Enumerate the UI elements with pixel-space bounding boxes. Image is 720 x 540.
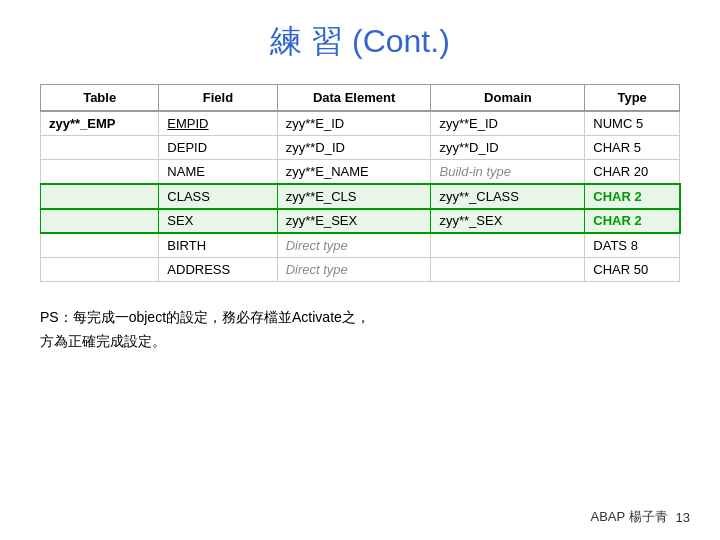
table-container: Table Field Data Element Domain Type zyy… xyxy=(40,84,680,282)
table-row: NAMEzyy**E_NAMEBuild-in typeCHAR 20 xyxy=(41,160,680,185)
cell-type: CHAR 50 xyxy=(585,258,680,282)
footer-label: ABAP 楊子青 xyxy=(590,508,667,526)
cell-field: ADDRESS xyxy=(159,258,277,282)
cell-de: zyy**E_SEX xyxy=(277,209,431,234)
cell-type: NUMC 5 xyxy=(585,111,680,136)
type-name: NUMC 5 xyxy=(593,116,643,131)
footer-page: 13 xyxy=(676,510,690,525)
cell-type: CHAR 5 xyxy=(585,136,680,160)
cell-de: zyy**E_ID xyxy=(277,111,431,136)
cell-table xyxy=(41,136,159,160)
footer: ABAP 楊子青 13 xyxy=(590,508,690,526)
table-row: zyy**_EMPEMPIDzyy**E_IDzyy**E_IDNUMC 5 xyxy=(41,111,680,136)
table-row: SEXzyy**E_SEXzyy**_SEXCHAR 2 xyxy=(41,209,680,234)
note-line1: PS：每完成一object的設定，務必存檔並Activate之， xyxy=(40,306,680,330)
col-header-de: Data Element xyxy=(277,85,431,112)
cell-type: CHAR 2 xyxy=(585,184,680,209)
col-header-field: Field xyxy=(159,85,277,112)
cell-domain: Build-in type xyxy=(431,160,585,185)
type-name: CHAR 2 xyxy=(593,213,641,228)
page: 練 習 (Cont.) Table Field Data Element Dom… xyxy=(0,0,720,540)
table-row: BIRTHDirect typeDATS 8 xyxy=(41,233,680,258)
cell-de: zyy**E_CLS xyxy=(277,184,431,209)
note-section: PS：每完成一object的設定，務必存檔並Activate之， 方為正確完成設… xyxy=(40,306,680,354)
main-table: Table Field Data Element Domain Type zyy… xyxy=(40,84,680,282)
col-header-type: Type xyxy=(585,85,680,112)
cell-field: CLASS xyxy=(159,184,277,209)
table-row: ADDRESSDirect typeCHAR 50 xyxy=(41,258,680,282)
cell-domain: zyy**D_ID xyxy=(431,136,585,160)
cell-de: zyy**D_ID xyxy=(277,136,431,160)
cell-type: DATS 8 xyxy=(585,233,680,258)
cell-de: Direct type xyxy=(277,258,431,282)
cell-domain: zyy**_SEX xyxy=(431,209,585,234)
type-name: CHAR 2 xyxy=(593,189,641,204)
cell-de: zyy**E_NAME xyxy=(277,160,431,185)
cell-type: CHAR 20 xyxy=(585,160,680,185)
cell-table xyxy=(41,160,159,185)
cell-table xyxy=(41,233,159,258)
cell-field: NAME xyxy=(159,160,277,185)
page-title: 練 習 (Cont.) xyxy=(40,20,680,64)
type-name: CHAR 20 xyxy=(593,164,648,179)
type-name: CHAR 50 xyxy=(593,262,648,277)
col-header-domain: Domain xyxy=(431,85,585,112)
cell-domain xyxy=(431,233,585,258)
cell-domain: zyy**E_ID xyxy=(431,111,585,136)
col-header-table: Table xyxy=(41,85,159,112)
cell-table xyxy=(41,258,159,282)
cell-field: EMPID xyxy=(159,111,277,136)
table-row: CLASSzyy**E_CLSzyy**_CLASSCHAR 2 xyxy=(41,184,680,209)
cell-field: DEPID xyxy=(159,136,277,160)
cell-table: zyy**_EMP xyxy=(41,111,159,136)
cell-domain: zyy**_CLASS xyxy=(431,184,585,209)
cell-field: BIRTH xyxy=(159,233,277,258)
table-header-row: Table Field Data Element Domain Type xyxy=(41,85,680,112)
cell-field: SEX xyxy=(159,209,277,234)
cell-domain xyxy=(431,258,585,282)
cell-table xyxy=(41,184,159,209)
cell-type: CHAR 2 xyxy=(585,209,680,234)
type-name: CHAR 5 xyxy=(593,140,641,155)
cell-table xyxy=(41,209,159,234)
type-name: DATS 8 xyxy=(593,238,638,253)
table-row: DEPIDzyy**D_IDzyy**D_IDCHAR 5 xyxy=(41,136,680,160)
note-line2: 方為正確完成設定。 xyxy=(40,330,680,354)
cell-de: Direct type xyxy=(277,233,431,258)
